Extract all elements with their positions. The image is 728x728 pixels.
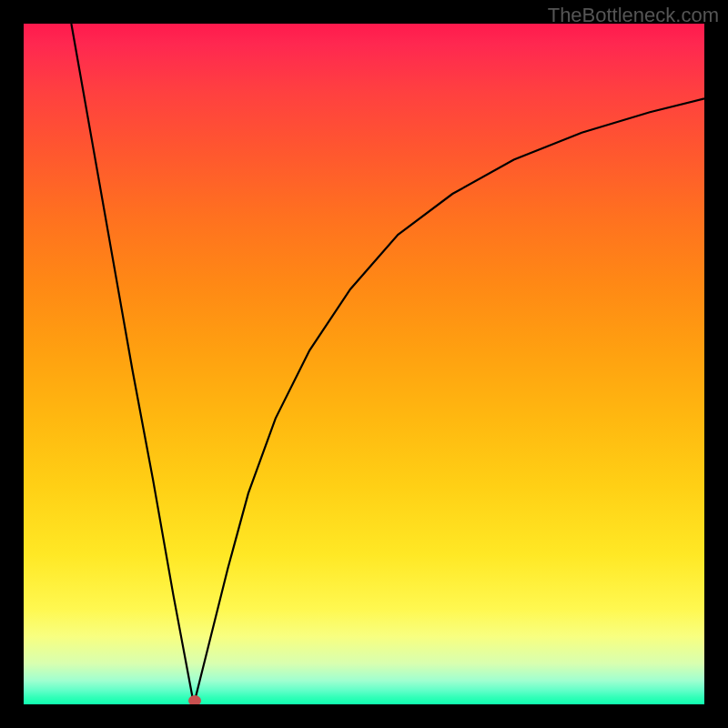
- optimal-point-marker: [188, 695, 201, 704]
- bottleneck-curve: [24, 24, 704, 704]
- watermark-text: TheBottleneck.com: [548, 4, 719, 27]
- chart-container: [24, 24, 704, 704]
